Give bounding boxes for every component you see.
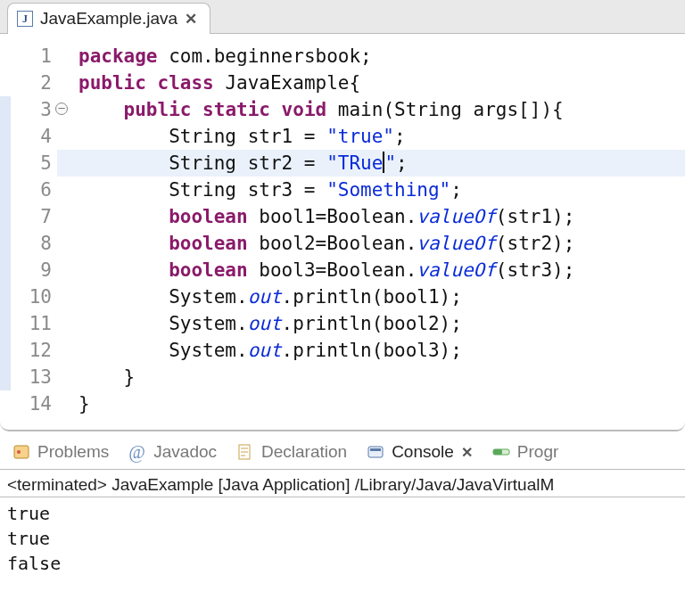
code-line[interactable]: boolean bool1=Boolean.valueOf(str1);	[78, 203, 676, 230]
view-tab-problems[interactable]: Problems	[12, 442, 109, 462]
line-number: 9	[0, 257, 52, 283]
view-tab-label: Problems	[37, 442, 109, 462]
view-tab-javadoc[interactable]: @ Javadoc	[128, 442, 217, 462]
console-line: false	[7, 551, 678, 576]
code-line[interactable]: boolean bool3=Boolean.valueOf(str3);	[78, 257, 676, 283]
view-tab-declaration[interactable]: Declaration	[236, 442, 347, 462]
code-line[interactable]: System.out.println(bool1);	[78, 283, 676, 310]
code-line[interactable]: String str1 = "true";	[78, 123, 676, 150]
code-line[interactable]: public class JavaExample{	[78, 70, 676, 96]
close-icon[interactable]: ✕	[461, 444, 473, 461]
view-tab-label: Javadoc	[153, 442, 217, 462]
line-number-gutter: 123–4567891011121314	[0, 34, 57, 417]
svg-point-1	[17, 450, 21, 454]
code-line[interactable]: System.out.println(bool2);	[78, 310, 676, 337]
view-tab-console[interactable]: Console ✕	[367, 442, 473, 462]
code-line[interactable]: public static void main(String args[]){	[78, 96, 676, 123]
line-number: 13	[0, 364, 52, 390]
console-line: true	[7, 501, 678, 526]
declaration-icon	[236, 443, 254, 461]
console-output[interactable]: truetruefalse	[0, 497, 685, 579]
code-line[interactable]: System.out.println(bool3);	[78, 337, 676, 364]
svg-rect-3	[368, 447, 383, 457]
line-number: 12	[0, 337, 52, 364]
line-number: 8	[0, 230, 52, 257]
line-number: 14	[0, 390, 52, 417]
progress-icon	[492, 443, 510, 461]
svg-rect-0	[14, 446, 29, 458]
editor-tab-label: JavaExample.java	[40, 9, 177, 29]
svg-rect-6	[493, 449, 502, 455]
code-line[interactable]: String str2 = "TRue";	[57, 150, 685, 177]
line-number: 3–	[0, 96, 52, 123]
java-file-icon: J	[17, 11, 33, 27]
editor-tab-javaexample[interactable]: J JavaExample.java ✕	[7, 3, 210, 34]
view-tab-label: Declaration	[261, 442, 347, 462]
code-line[interactable]: package com.beginnersbook;	[78, 43, 676, 70]
close-icon[interactable]: ✕	[185, 10, 197, 29]
line-number: 4	[0, 123, 52, 150]
code-content[interactable]: package com.beginnersbook;public class J…	[57, 34, 685, 417]
editor-tabbar: J JavaExample.java ✕	[0, 0, 685, 34]
javadoc-icon: @	[128, 443, 146, 461]
line-number: 5	[0, 150, 52, 177]
line-number: 10	[0, 283, 52, 310]
line-number: 2	[0, 70, 52, 96]
fold-toggle-icon[interactable]: –	[55, 103, 68, 115]
problems-icon	[12, 443, 30, 461]
code-line[interactable]: boolean bool2=Boolean.valueOf(str2);	[78, 230, 676, 257]
bottom-views: Problems @ Javadoc Declaration Console ✕…	[0, 431, 685, 470]
code-editor[interactable]: 123–4567891011121314 package com.beginne…	[0, 34, 685, 431]
code-line[interactable]: }	[78, 390, 676, 417]
line-number: 1	[0, 43, 52, 70]
svg-rect-4	[370, 448, 381, 451]
console-status: <terminated> JavaExample [Java Applicati…	[0, 470, 685, 497]
code-line[interactable]: }	[78, 364, 676, 390]
line-number: 6	[0, 177, 52, 203]
line-number: 7	[0, 203, 52, 230]
code-line[interactable]: String str3 = "Something";	[78, 177, 676, 203]
view-tab-label: Progr	[517, 442, 558, 462]
console-icon	[367, 443, 384, 461]
console-line: true	[7, 526, 678, 551]
line-number: 11	[0, 310, 52, 337]
view-tab-label: Console	[392, 442, 454, 462]
view-tab-progress[interactable]: Progr	[492, 442, 558, 462]
